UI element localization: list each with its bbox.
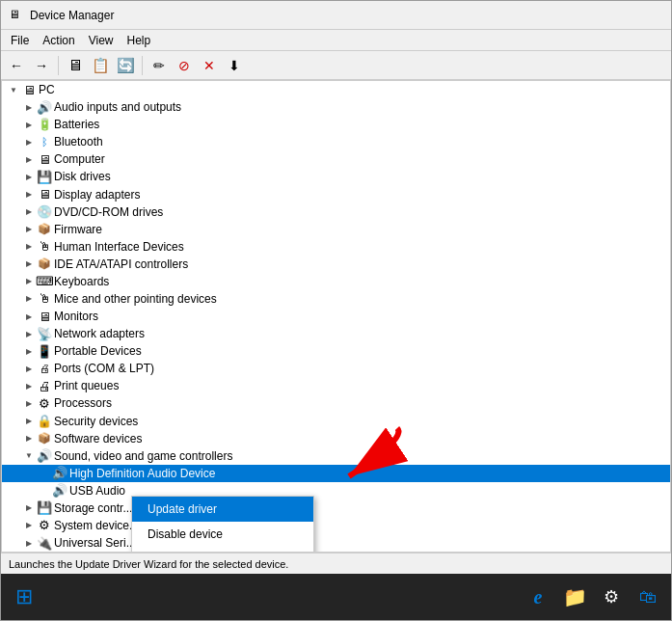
taskbar-edge-icon[interactable]: e	[523, 581, 553, 612]
highdefinition-label: High Definition Audio Device	[69, 467, 215, 480]
batteries-icon: 🔋	[37, 117, 52, 132]
ide-label: IDE ATA/ATAPI controllers	[54, 257, 188, 271]
ctx-update-driver[interactable]: Update driver	[132, 497, 313, 522]
expand-system[interactable]: ▶	[21, 518, 37, 533]
tree-item-computer[interactable]: ▶ 🖥 Computer	[2, 150, 670, 168]
expand-display[interactable]: ▶	[21, 187, 37, 202]
tree-item-audio[interactable]: ▶ 🔊 Audio inputs and outputs	[2, 98, 670, 116]
batteries-label: Batteries	[54, 118, 99, 131]
expand-mice[interactable]: ▶	[21, 291, 37, 307]
menu-bar: File Action View Help	[1, 30, 671, 51]
expand-software[interactable]: ▶	[21, 431, 37, 446]
sound-label: Sound, video and game controllers	[54, 449, 232, 463]
printqueues-label: Print queues	[54, 379, 119, 392]
audio-icon: 🔊	[37, 99, 52, 115]
storage-label: Storage contr...	[54, 501, 132, 515]
expand-security[interactable]: ▶	[21, 414, 37, 429]
device-manager-window: 🖥 Device Manager File Action View Help ←…	[0, 0, 672, 621]
ctx-disable-device[interactable]: Disable device	[132, 522, 313, 547]
tree-item-mice[interactable]: ▶ 🖱 Mice and other pointing devices	[2, 290, 670, 308]
tree-item-portable[interactable]: ▶ 📱 Portable Devices	[2, 342, 670, 360]
toolbar-sep-2	[142, 56, 143, 75]
taskbar: ⊞ e 📁 ⚙ 🛍	[1, 574, 671, 620]
menu-view[interactable]: View	[83, 32, 120, 49]
tree-item-printqueues[interactable]: ▶ 🖨 Print queues	[2, 377, 670, 394]
tree-item-security[interactable]: ▶ 🔒 Security devices	[2, 412, 670, 429]
expand-bluetooth[interactable]: ▶	[21, 134, 37, 149]
expand-portable[interactable]: ▶	[21, 343, 37, 359]
taskbar-store-icon[interactable]: 🛍	[632, 581, 663, 612]
tree-item-bluetooth[interactable]: ▶ ᛒ Bluetooth	[2, 133, 670, 150]
expand-processors[interactable]: ▶	[21, 395, 37, 411]
ports-label: Ports (COM & LPT)	[54, 362, 154, 375]
tree-item-ports[interactable]: ▶ 🖨 Ports (COM & LPT)	[2, 360, 670, 377]
menu-action[interactable]: Action	[37, 32, 80, 49]
highdefinition-icon: 🔊	[52, 466, 67, 481]
usbaudio-label: USB Audio	[69, 484, 125, 498]
software-icon: 📦	[37, 431, 52, 446]
tree-item-storage[interactable]: ▶ 💾 Storage contr...	[2, 500, 670, 517]
expand-sound[interactable]: ▼	[21, 448, 37, 464]
dvdrom-icon: 💿	[37, 204, 52, 220]
update-driver-button[interactable]: ✏	[148, 54, 171, 77]
system-icon: ⚙	[37, 518, 52, 533]
tree-item-display[interactable]: ▶ 🖥 Display adapters	[2, 185, 670, 202]
expand-dvdrom[interactable]: ▶	[21, 204, 37, 220]
device-tree[interactable]: ▼ 🖥 PC ▶ 🔊 Audio inputs and outputs ▶ 🔋 …	[1, 80, 671, 553]
properties-toolbar-button[interactable]: 📋	[89, 54, 112, 77]
tree-item-usb[interactable]: ▶ 🔌 Universal Seri...	[2, 534, 670, 552]
ports-icon: 🖨	[37, 361, 52, 376]
tree-item-pc[interactable]: ▼ 🖥 PC	[2, 81, 670, 98]
expand-hid[interactable]: ▶	[21, 239, 37, 255]
hid-label: Human Interface Devices	[54, 240, 184, 254]
uninstall-button[interactable]: ✕	[198, 54, 221, 77]
tree-item-sound[interactable]: ▼ 🔊 Sound, video and game controllers	[2, 447, 670, 465]
expand-network[interactable]: ▶	[21, 326, 37, 341]
expand-ide[interactable]: ▶	[21, 256, 37, 272]
tree-item-network[interactable]: ▶ 📡 Network adapters	[2, 325, 670, 342]
menu-help[interactable]: Help	[121, 32, 157, 49]
tree-item-highdefinition[interactable]: 🔊 High Definition Audio Device	[2, 465, 670, 482]
tree-item-hid[interactable]: ▶ 🖱 Human Interface Devices	[2, 238, 670, 256]
tree-item-monitors[interactable]: ▶ 🖥 Monitors	[2, 308, 670, 325]
taskbar-settings-icon[interactable]: ⚙	[596, 581, 627, 612]
scan-button[interactable]: ⬇	[223, 54, 246, 77]
tree-item-firmware[interactable]: ▶ 📦 Firmware	[2, 221, 670, 238]
expand-usb[interactable]: ▶	[21, 535, 37, 551]
title-bar: 🖥 Device Manager	[1, 1, 671, 30]
refresh-button[interactable]: 🔄	[114, 54, 137, 77]
taskbar-windows-icon[interactable]: ⊞	[9, 581, 40, 612]
expand-storage[interactable]: ▶	[21, 500, 37, 516]
taskbar-folder-icon[interactable]: 📁	[559, 581, 590, 612]
expand-batteries[interactable]: ▶	[21, 117, 37, 132]
tree-item-diskdrives[interactable]: ▶ 💾 Disk drives	[2, 168, 670, 185]
hid-icon: 🖱	[37, 239, 52, 255]
expand-audio[interactable]: ▶	[21, 99, 37, 115]
expand-diskdrives[interactable]: ▶	[21, 169, 37, 184]
back-button[interactable]: ←	[5, 54, 28, 77]
forward-button[interactable]: →	[30, 54, 53, 77]
network-label: Network adapters	[54, 327, 145, 340]
diskdrives-label: Disk drives	[54, 170, 111, 183]
expand-ports[interactable]: ▶	[21, 361, 37, 376]
keyboards-label: Keyboards	[54, 275, 109, 288]
expand-firmware[interactable]: ▶	[21, 222, 37, 237]
menu-file[interactable]: File	[5, 32, 35, 49]
mice-icon: 🖱	[37, 291, 52, 307]
tree-item-ide[interactable]: ▶ 📦 IDE ATA/ATAPI controllers	[2, 256, 670, 273]
tree-item-processors[interactable]: ▶ ⚙ Processors	[2, 394, 670, 412]
tree-item-dvdrom[interactable]: ▶ 💿 DVD/CD-ROM drives	[2, 203, 670, 221]
tree-item-keyboards[interactable]: ▶ ⌨ Keyboards	[2, 273, 670, 290]
disable-button[interactable]: ⊘	[173, 54, 196, 77]
expand-pc[interactable]: ▼	[6, 82, 21, 97]
tree-item-software[interactable]: ▶ 📦 Software devices	[2, 430, 670, 447]
pc-button[interactable]: 🖥	[64, 54, 87, 77]
processors-label: Processors	[54, 396, 112, 410]
expand-monitors[interactable]: ▶	[21, 309, 37, 324]
mice-label: Mice and other pointing devices	[54, 292, 217, 306]
tree-item-usbaudio[interactable]: 🔊 USB Audio	[2, 482, 670, 500]
expand-printqueues[interactable]: ▶	[21, 378, 37, 393]
tree-item-batteries[interactable]: ▶ 🔋 Batteries	[2, 116, 670, 133]
tree-item-system[interactable]: ▶ ⚙ System device...	[2, 517, 670, 534]
expand-computer[interactable]: ▶	[21, 151, 37, 167]
